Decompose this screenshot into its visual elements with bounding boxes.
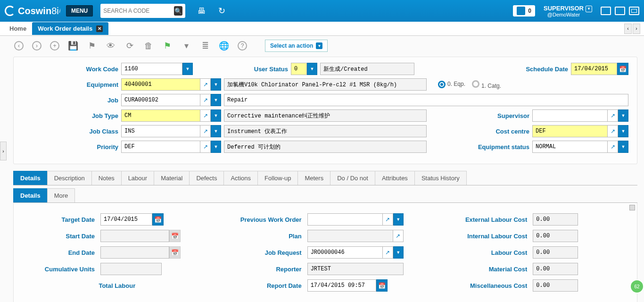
user-status-dropdown[interactable]: ▼ <box>307 63 317 75</box>
user-status-code[interactable] <box>291 63 307 75</box>
cost-centre-dropdown[interactable]: ▼ <box>618 125 628 137</box>
calendar-icon[interactable]: 📅 <box>376 279 388 292</box>
calendar-icon[interactable]: 📅 <box>617 63 628 75</box>
supervisor-popup-icon[interactable]: ↗ <box>608 109 618 122</box>
window-icon-1[interactable] <box>601 7 611 15</box>
labour-cost-value <box>533 246 578 259</box>
job-request-dropdown[interactable]: ▼ <box>393 246 404 259</box>
calendar-icon[interactable]: 📅 <box>152 213 164 226</box>
tab-material[interactable]: Material <box>154 171 190 185</box>
tab-details[interactable]: Details <box>13 171 48 185</box>
job-type-dropdown[interactable]: ▼ <box>211 109 221 122</box>
save-icon[interactable]: 💾 <box>68 41 78 51</box>
job-request-input[interactable] <box>307 246 383 259</box>
job-class-label: Job Class <box>22 128 118 135</box>
notification-badge[interactable]: 0 <box>513 5 535 17</box>
radio-eqp[interactable]: 0. Eqp. <box>438 81 465 88</box>
job-dropdown[interactable]: ▼ <box>211 94 221 106</box>
nav-back-icon[interactable]: ‹ <box>14 41 24 50</box>
previous-wo-dropdown[interactable]: ▼ <box>393 213 404 226</box>
print-icon[interactable]: 🖶 <box>196 5 208 17</box>
user-dropdown-icon[interactable]: ▼ <box>586 6 592 12</box>
misc-cost-value <box>533 279 578 292</box>
tab-attributes[interactable]: Attributes <box>375 171 415 185</box>
view-icon[interactable]: 👁 <box>106 41 116 51</box>
filter-icon[interactable]: ▾ <box>181 41 191 51</box>
priority-dropdown[interactable]: ▼ <box>211 141 221 153</box>
search-icon[interactable]: 🔍 <box>174 6 182 16</box>
search-input[interactable] <box>103 8 174 14</box>
work-code-dropdown[interactable]: ▼ <box>182 63 193 75</box>
job-desc-input[interactable] <box>224 94 628 106</box>
action-select[interactable]: Select an action ▼ <box>265 40 328 52</box>
search-box[interactable]: 🔍 <box>100 4 185 18</box>
equipment-status-popup-icon[interactable]: ↗ <box>608 141 618 153</box>
radio-eqp-label: 0. Eqp. <box>447 81 465 87</box>
supervisor-dropdown[interactable]: ▼ <box>618 109 628 122</box>
job-type-code-input[interactable] <box>121 109 200 122</box>
user-context: @DemoWater <box>544 12 584 17</box>
tab-home[interactable]: Home <box>4 22 32 35</box>
tab-nav-prev[interactable]: ‹ <box>624 24 632 34</box>
subtab-details[interactable]: Details <box>13 188 48 202</box>
radio-catg[interactable]: 1. Catg. <box>472 80 501 89</box>
window-icon-2[interactable] <box>615 7 625 15</box>
reload-icon[interactable]: ⟳ <box>124 41 135 51</box>
add-icon[interactable]: + <box>50 41 59 50</box>
report-date-input[interactable] <box>307 279 376 292</box>
equipment-popup-icon[interactable]: ↗ <box>200 78 211 91</box>
tab-defects[interactable]: Defects <box>189 171 224 185</box>
menu-button[interactable]: MENU <box>66 5 93 17</box>
side-expand-handle[interactable]: › <box>0 142 7 160</box>
job-class-code-input[interactable] <box>121 125 200 137</box>
job-popup-icon[interactable]: ↗ <box>200 94 211 106</box>
supervisor-input[interactable] <box>532 109 608 122</box>
tab-do-do-not[interactable]: Do / Do not <box>330 171 375 185</box>
tab-nav-next[interactable]: › <box>633 24 640 34</box>
job-class-popup-icon[interactable]: ↗ <box>200 125 211 137</box>
cost-centre-popup-icon[interactable]: ↗ <box>608 125 618 137</box>
equipment-status-input[interactable] <box>532 141 608 153</box>
job-code-input[interactable] <box>121 94 200 106</box>
help-icon[interactable]: ? <box>238 41 247 50</box>
equipment-desc <box>224 78 427 91</box>
close-icon[interactable]: ✕ <box>96 25 103 32</box>
previous-wo-input[interactable] <box>307 213 383 226</box>
schedule-date-input[interactable] <box>571 63 617 75</box>
equipment-code-input[interactable] <box>121 78 200 91</box>
cost-centre-input[interactable] <box>532 125 608 137</box>
priority-code-input[interactable] <box>121 141 200 153</box>
tab-actions[interactable]: Actions <box>223 171 258 185</box>
work-code-input[interactable] <box>121 63 182 75</box>
subtab-more[interactable]: More <box>47 188 75 202</box>
tag-icon[interactable]: ⚑ <box>162 41 173 51</box>
tab-meters[interactable]: Meters <box>297 171 330 185</box>
job-type-label: Job Type <box>22 112 118 119</box>
previous-wo-popup-icon[interactable]: ↗ <box>383 213 393 226</box>
logo-icon <box>5 6 15 16</box>
floating-badge[interactable]: 62 <box>630 279 644 294</box>
job-type-popup-icon[interactable]: ↗ <box>200 109 211 122</box>
delete-icon[interactable]: 🗑 <box>143 41 154 51</box>
target-date-input[interactable] <box>100 213 152 226</box>
flag-icon[interactable]: ⚑ <box>87 41 97 51</box>
user-menu[interactable]: SUPERVISOR @DemoWater ▼ <box>544 5 584 17</box>
plan-popup-icon[interactable]: ↗ <box>393 230 404 242</box>
tab-work-order-details[interactable]: Work Order details ✕ <box>32 22 108 35</box>
nav-forward-icon[interactable]: › <box>32 41 41 50</box>
refresh-icon[interactable]: ↻ <box>215 5 228 17</box>
equipment-dropdown[interactable]: ▼ <box>211 78 221 91</box>
equipment-status-dropdown[interactable]: ▼ <box>618 141 628 153</box>
priority-popup-icon[interactable]: ↗ <box>200 141 211 153</box>
window-icon-3[interactable] <box>629 7 639 15</box>
tab-follow-up[interactable]: Follow-up <box>257 171 298 185</box>
globe-icon[interactable]: 🌐 <box>219 41 229 51</box>
tab-labour[interactable]: Labour <box>121 171 154 185</box>
data-icon[interactable]: ≣ <box>200 41 210 51</box>
tab-status-history[interactable]: Status History <box>414 171 467 185</box>
tab-notes[interactable]: Notes <box>91 171 122 185</box>
job-request-popup-icon[interactable]: ↗ <box>383 246 393 259</box>
panel-corner-handle[interactable] <box>629 205 635 210</box>
job-class-dropdown[interactable]: ▼ <box>211 125 221 137</box>
tab-description[interactable]: Description <box>47 171 92 185</box>
